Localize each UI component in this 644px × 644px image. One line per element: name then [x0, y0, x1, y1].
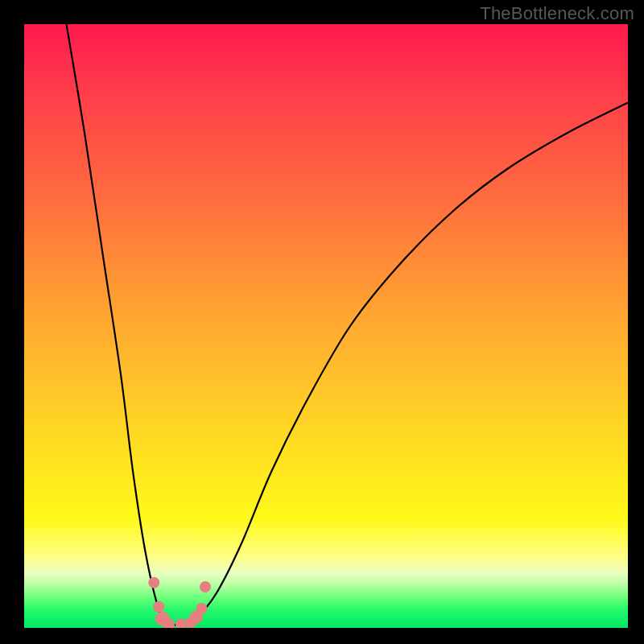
highlight-dot: [196, 603, 208, 614]
highlight-dot: [148, 577, 159, 588]
attribution-label: TheBottleneck.com: [480, 3, 634, 24]
highlight-dots: [148, 577, 211, 628]
plot-svg: [24, 24, 628, 628]
chart-frame: TheBottleneck.com: [0, 0, 644, 644]
plot-area: [24, 24, 628, 628]
highlight-dot: [200, 581, 211, 592]
bottleneck-curve: [67, 24, 629, 626]
highlight-dot: [175, 619, 187, 629]
highlight-dot: [153, 601, 164, 613]
